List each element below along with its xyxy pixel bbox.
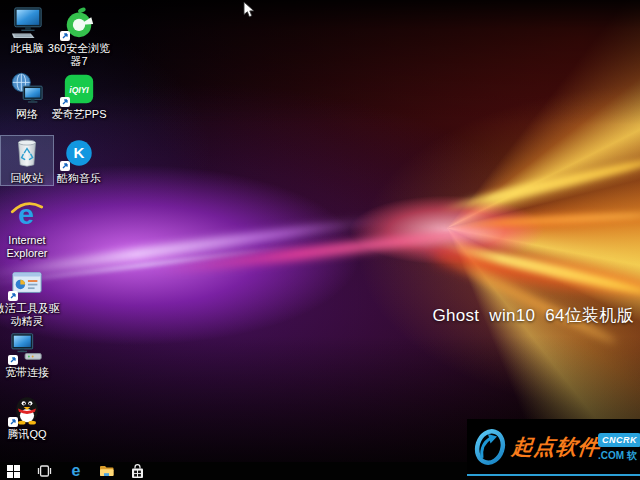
file-explorer-icon [99, 465, 114, 477]
cncrk-badge: CNCRK [598, 433, 640, 447]
watermark-domain-block: CNCRK .COM 软 [598, 429, 640, 463]
desktop-icon-label: 爱奇艺PPS [44, 108, 114, 121]
shortcut-arrow-icon [8, 417, 18, 427]
recycle-bin-icon [10, 136, 44, 170]
file-explorer-taskbar-button[interactable] [99, 463, 114, 479]
shortcut-arrow-icon [60, 161, 70, 171]
this-pc-icon [10, 6, 44, 40]
task-view-button[interactable] [37, 463, 52, 479]
cncrk-domain: .COM 软 [598, 449, 640, 463]
windows-logo-icon [7, 465, 20, 478]
desktop-icon-360-browser[interactable]: 360安全浏览器7 [53, 6, 105, 68]
shortcut-arrow-icon [60, 97, 70, 107]
desktop-icon-label: 酷狗音乐 [44, 172, 114, 185]
task-view-icon [37, 465, 52, 477]
desktop-icon-tencent-qq[interactable]: 腾讯QQ [1, 392, 53, 441]
broadband-icon [10, 330, 44, 364]
shortcut-arrow-icon [60, 31, 70, 41]
internet-explorer-icon: e [10, 198, 44, 232]
store-icon [131, 464, 144, 479]
desktop-icon-label: 360安全浏览器7 [44, 42, 114, 68]
desktop-icon-iqiyi-pps[interactable]: iQIYI 爱奇艺PPS [53, 72, 105, 121]
desktop-icon-activation-tools[interactable]: 激活工具及驱动精灵 [1, 266, 53, 328]
360-browser-icon [62, 6, 96, 40]
desktop-icon-label: 宽带连接 [0, 366, 62, 379]
kugou-icon: K [62, 136, 96, 170]
shortcut-arrow-icon [8, 355, 18, 365]
desktop-icon-label: Internet Explorer [0, 234, 62, 260]
network-icon [10, 72, 44, 106]
mouse-cursor-icon [243, 1, 255, 19]
start-button[interactable] [6, 463, 21, 479]
svg-text:e: e [71, 463, 80, 479]
edge-taskbar-button[interactable]: e [68, 463, 83, 479]
edge-icon: e [69, 463, 83, 479]
desktop-icon-label: 腾讯QQ [0, 428, 62, 441]
watermark-banner: 起点软件 CNCRK .COM 软 [467, 419, 640, 476]
os-edition-text: Ghost win10 64位装机版 [432, 304, 634, 327]
desktop-icon-kugou-music[interactable]: K 酷狗音乐 [53, 136, 105, 185]
iqiyi-icon: iQIYI [62, 72, 96, 106]
desktop-icon-internet-explorer[interactable]: e Internet Explorer [1, 198, 53, 260]
activation-tools-icon [10, 266, 44, 300]
desktop-icon-broadband[interactable]: 宽带连接 [1, 330, 53, 379]
svg-text:iQIYI: iQIYI [69, 85, 89, 95]
watermark-site-name: 起点软件 [511, 433, 602, 461]
desktop-icon-label: 激活工具及驱动精灵 [0, 302, 62, 328]
desktop-screen: Ghost win10 64位装机版 此电脑 [0, 0, 640, 480]
store-taskbar-button[interactable] [130, 463, 145, 479]
svg-text:K: K [74, 144, 85, 161]
qidian-logo-icon [472, 426, 508, 468]
qq-penguin-icon [10, 392, 44, 426]
shortcut-arrow-icon [8, 291, 18, 301]
